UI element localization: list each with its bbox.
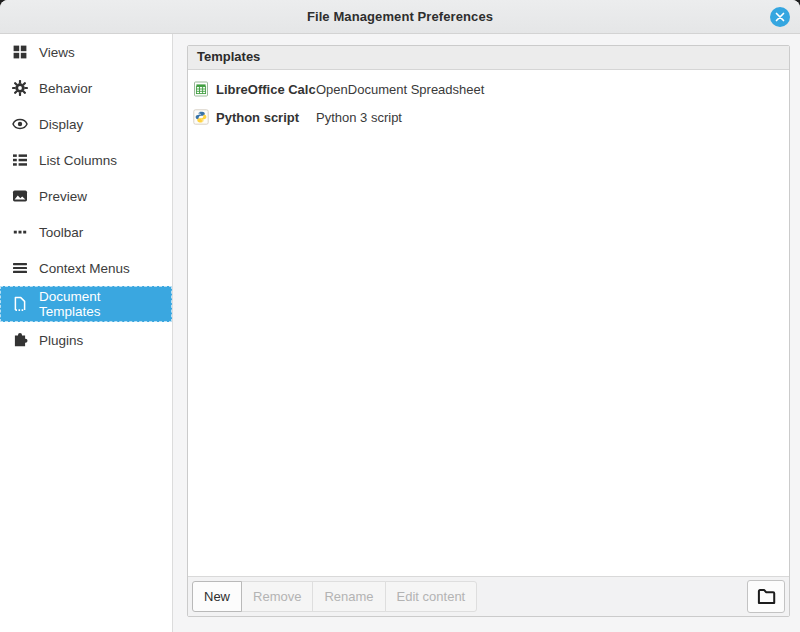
sidebar: Views bbox=[0, 34, 173, 632]
template-description: Python 3 script bbox=[316, 110, 402, 125]
sidebar-item-label: Views bbox=[39, 45, 75, 60]
gear-icon bbox=[12, 80, 28, 96]
template-row-python-script[interactable]: Python script Python 3 script bbox=[188, 103, 789, 131]
close-button[interactable] bbox=[770, 7, 790, 27]
titlebar: File Management Preferences bbox=[0, 0, 800, 34]
sidebar-item-label: Preview bbox=[39, 189, 87, 204]
sidebar-item-label: Display bbox=[39, 117, 83, 132]
sidebar-item-label: Toolbar bbox=[39, 225, 83, 240]
window-title: File Management Preferences bbox=[307, 9, 493, 24]
sidebar-item-toolbar[interactable]: Toolbar bbox=[0, 214, 172, 250]
python-icon bbox=[193, 109, 209, 125]
edit-content-button[interactable]: Edit content bbox=[385, 581, 478, 612]
eye-icon bbox=[12, 116, 28, 132]
main-area: Templates bbox=[173, 34, 800, 632]
sidebar-item-label: List Columns bbox=[39, 153, 117, 168]
libreoffice-calc-icon bbox=[193, 81, 209, 97]
sidebar-item-plugins[interactable]: Plugins bbox=[0, 322, 172, 358]
rename-template-button[interactable]: Rename bbox=[312, 581, 385, 612]
templates-column-header[interactable]: Templates bbox=[188, 46, 789, 70]
folder-icon bbox=[757, 588, 776, 605]
sidebar-item-views[interactable]: Views bbox=[0, 34, 172, 70]
template-name: LibreOffice Calc bbox=[216, 82, 316, 97]
menu-lines-icon bbox=[12, 260, 28, 276]
sidebar-item-label: Plugins bbox=[39, 333, 83, 348]
window-body: Views bbox=[0, 34, 800, 632]
close-icon bbox=[775, 12, 785, 22]
new-template-button[interactable]: New bbox=[192, 581, 242, 612]
sidebar-item-list-columns[interactable]: List Columns bbox=[0, 142, 172, 178]
templates-panel: Templates bbox=[187, 45, 790, 617]
template-description: OpenDocument Spreadsheet bbox=[316, 82, 484, 97]
sidebar-item-label: Context Menus bbox=[39, 261, 130, 276]
sidebar-item-context-menus[interactable]: Context Menus bbox=[0, 250, 172, 286]
templates-list[interactable]: LibreOffice Calc OpenDocument Spreadshee… bbox=[188, 70, 789, 576]
puzzle-icon bbox=[12, 332, 28, 348]
sidebar-item-document-templates[interactable]: Document Templates bbox=[0, 286, 172, 322]
views-grid-icon bbox=[12, 44, 28, 60]
preferences-window: File Management Preferences Views bbox=[0, 0, 800, 632]
template-name: Python script bbox=[216, 110, 316, 125]
templates-toolbar: New Remove Rename Edit content bbox=[188, 576, 789, 616]
open-templates-folder-button[interactable] bbox=[747, 580, 785, 613]
document-template-icon bbox=[12, 296, 28, 312]
template-row-libreoffice-calc[interactable]: LibreOffice Calc OpenDocument Spreadshee… bbox=[188, 75, 789, 103]
sidebar-item-display[interactable]: Display bbox=[0, 106, 172, 142]
list-columns-icon bbox=[12, 152, 28, 168]
sidebar-item-label: Document Templates bbox=[39, 289, 164, 319]
sidebar-item-label: Behavior bbox=[39, 81, 92, 96]
ellipsis-icon bbox=[12, 224, 28, 240]
sidebar-item-behavior[interactable]: Behavior bbox=[0, 70, 172, 106]
remove-template-button[interactable]: Remove bbox=[241, 581, 313, 612]
image-icon bbox=[12, 188, 28, 204]
sidebar-item-preview[interactable]: Preview bbox=[0, 178, 172, 214]
template-actions-group: New Remove Rename Edit content bbox=[192, 581, 477, 612]
